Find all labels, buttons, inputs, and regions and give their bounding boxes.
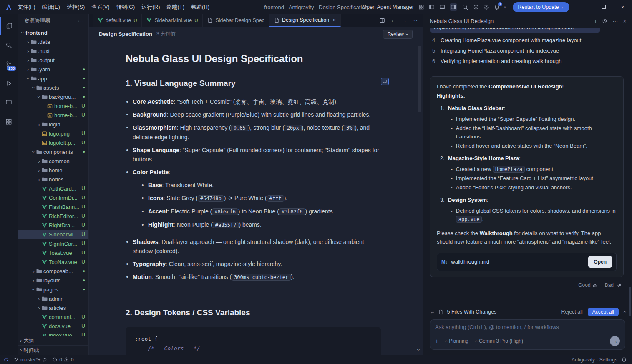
menu-R[interactable]: 运行(R) — [138, 2, 163, 12]
statusbar-bell-icon[interactable] — [621, 357, 627, 363]
menu-V[interactable]: 查看(V) — [88, 2, 113, 12]
attach-plus-icon[interactable]: + — [435, 338, 438, 344]
send-button[interactable]: → — [610, 336, 620, 346]
reject-all-button[interactable]: Reject all — [561, 309, 582, 315]
panel-right-icon[interactable] — [450, 3, 457, 11]
tree-item-AuthCard...[interactable]: AuthCard...U — [18, 184, 88, 193]
search-activity-icon[interactable] — [0, 36, 18, 54]
search-icon[interactable] — [462, 4, 468, 10]
maximize-button[interactable] — [594, 0, 613, 14]
feedback-bad-button[interactable]: Bad — [605, 282, 621, 288]
tree-item-logoleft.p...[interactable]: logoleft.p...U — [18, 138, 88, 147]
tree-item-.yarn[interactable]: ›.yarn● — [18, 65, 88, 74]
settings-link[interactable]: Antigravity - Settings — [572, 357, 617, 363]
explorer-activity-icon[interactable] — [0, 17, 18, 35]
restart-to-update-button[interactable]: Restart to Update→ — [513, 2, 569, 12]
tree-item-Toast.vue[interactable]: Toast.vueU — [18, 248, 88, 257]
editor-tab-Sidebar-Design-Spec[interactable]: Sidebar Design Spec — [203, 14, 269, 27]
tree-item-home[interactable]: ›home — [18, 166, 88, 175]
menu-T[interactable]: 终端(T) — [163, 2, 188, 12]
tree-item-.data[interactable]: ›.data — [18, 37, 88, 46]
agent-step-4[interactable]: 4Creating HomePlaza.vue component with m… — [430, 35, 624, 45]
model-selector[interactable]: ›Gemini 3 Pro (High) — [475, 338, 523, 344]
tree-item-frontend[interactable]: ›frontend — [18, 28, 88, 37]
timeline-section[interactable]: › 时间线 — [18, 345, 88, 355]
agent-step-6[interactable]: 6Verifying implementation and creating w… — [430, 56, 624, 66]
nav-back-icon[interactable]: ← — [390, 17, 396, 23]
tree-item-common[interactable]: ›common — [18, 156, 88, 166]
menu-S[interactable]: 选择(S) — [63, 2, 88, 12]
problems-indicator[interactable]: 0 0 — [52, 357, 73, 363]
minimize-button[interactable]: – — [576, 0, 594, 14]
tree-item-.nuxt[interactable]: ›.nuxt — [18, 46, 88, 55]
agent-step-5[interactable]: 5Integrating HomePlaza component into in… — [430, 45, 624, 56]
agent-step-active[interactable]: Implementing refined SidebarMini.vue wit… — [430, 28, 600, 33]
walkthrough-file-chip[interactable]: M↓ walkthrough.md Open — [437, 253, 617, 271]
editor-tab-SidebarMini.vue[interactable]: SidebarMini.vueU — [142, 14, 203, 27]
tree-item-RichEditor...[interactable]: RichEditor...U — [18, 211, 88, 221]
tree-item-FlashBann...[interactable]: FlashBann...U — [18, 202, 88, 211]
changes-back-icon[interactable]: ← — [430, 309, 435, 315]
tree-item-admin[interactable]: ›admin — [18, 294, 88, 303]
tree-item-composab...[interactable]: ›composab...● — [18, 266, 88, 276]
tree-item-ConfirmDi...[interactable]: ConfirmDi...U — [18, 193, 88, 202]
editor-more-icon[interactable]: ··· — [412, 17, 418, 23]
extensions-activity-icon[interactable] — [0, 113, 18, 131]
agent-close-icon[interactable]: × — [623, 18, 626, 24]
tree-item-components[interactable]: ›components● — [18, 147, 88, 156]
accept-all-button[interactable]: Accept all — [588, 308, 619, 316]
tree-item-SidebarMi...[interactable]: SidebarMi...U — [18, 230, 88, 239]
tree-item-homeb...[interactable]: home-b...U — [18, 110, 88, 120]
tree-item-SignInCar...[interactable]: SignInCar...U — [18, 239, 88, 248]
source-control-activity-icon[interactable]: 235 — [0, 55, 18, 73]
panel-bottom-icon[interactable] — [439, 4, 445, 10]
review-button[interactable]: Review › — [383, 30, 413, 39]
split-editor-icon[interactable] — [379, 18, 385, 23]
chevron-down-icon[interactable]: › — [502, 6, 509, 8]
history-icon[interactable] — [602, 18, 607, 24]
open-agent-manager-button[interactable]: Open Agent Manager — [363, 4, 414, 10]
planning-toggle[interactable]: ›Planning — [445, 338, 468, 344]
tree-item-.output[interactable]: ›.output — [18, 55, 88, 65]
feedback-good-button[interactable]: Good — [578, 282, 598, 288]
tree-item-login[interactable]: ›login — [18, 120, 88, 129]
tree-item-articles[interactable]: ›articles — [18, 303, 88, 312]
comment-button[interactable] — [381, 78, 389, 85]
tree-item-RightDra...[interactable]: RightDra...U — [18, 221, 88, 230]
editor-tab-default.vue[interactable]: default.vueU — [93, 14, 142, 27]
nav-forward-icon[interactable]: → — [401, 17, 407, 23]
tree-item-communi...[interactable]: communi...U — [18, 312, 88, 321]
agent-conversation[interactable]: Implementing refined SidebarMini.vue wit… — [423, 28, 632, 305]
new-conversation-icon[interactable]: + — [594, 18, 597, 24]
agent-more-icon[interactable]: ··· — [612, 18, 618, 24]
tree-item-homeb...[interactable]: home-b...U — [18, 101, 88, 110]
collapse-changes-icon[interactable]: › — [622, 311, 627, 313]
editor-scrollbar[interactable] — [418, 46, 421, 112]
editor-tab-Design-Specification[interactable]: Design Specification× — [269, 14, 341, 27]
panel-left-icon[interactable] — [429, 4, 435, 10]
remote-explorer-activity-icon[interactable] — [0, 94, 18, 111]
tree-item-app[interactable]: ›app● — [18, 74, 88, 83]
menu-F[interactable]: 文件(F) — [14, 2, 39, 12]
run-debug-activity-icon[interactable] — [0, 75, 18, 92]
scroll-down-icon[interactable]: › — [416, 349, 423, 351]
close-button[interactable]: × — [613, 0, 632, 14]
tree-item-logo.png[interactable]: logo.pngU — [18, 129, 88, 138]
tree-item-TopNav.vue[interactable]: TopNav.vueU — [18, 257, 88, 266]
record-icon[interactable] — [473, 4, 479, 10]
menu-G[interactable]: 转到(G) — [113, 2, 138, 12]
tree-item-assets[interactable]: ›assets● — [18, 83, 88, 92]
composer[interactable]: Ask anything (Ctrl+L), @ to mention, / f… — [430, 319, 625, 350]
notifications-bell-icon[interactable]: 1 — [494, 4, 500, 10]
tree-item-layouts[interactable]: ›layouts● — [18, 276, 88, 285]
tree-item-backgrou...[interactable]: ›backgrou...● — [18, 92, 88, 101]
menu-E[interactable]: 编辑(E) — [39, 2, 63, 12]
open-walkthrough-button[interactable]: Open — [588, 256, 612, 268]
composer-input[interactable]: Ask anything (Ctrl+L), @ to mention, / f… — [435, 324, 620, 330]
outline-section[interactable]: › 大纲 — [18, 336, 88, 345]
tree-item-index.vue[interactable]: index.vueU — [18, 331, 88, 336]
tree-item-nodes[interactable]: ›nodes — [18, 175, 88, 184]
grid-icon[interactable] — [418, 4, 424, 10]
tree-item-pages[interactable]: ›pages● — [18, 285, 88, 294]
agent-scrollbar[interactable] — [629, 287, 631, 316]
